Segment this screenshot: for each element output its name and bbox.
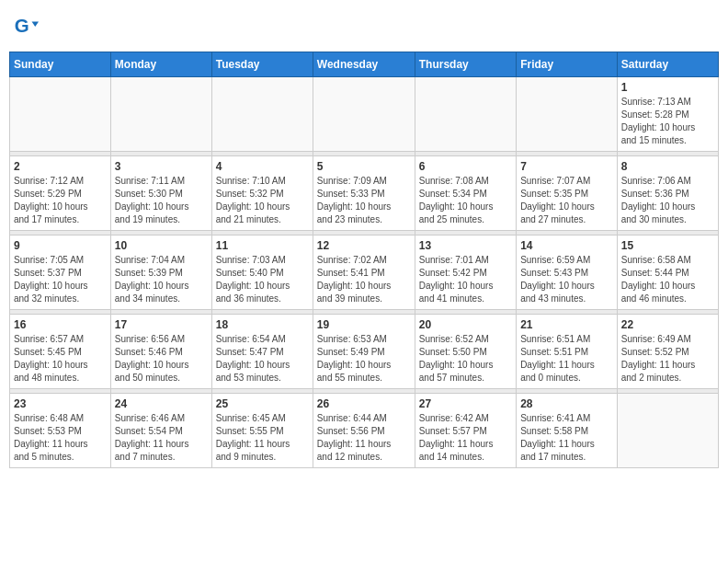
calendar-cell: 22Sunrise: 6:49 AM Sunset: 5:52 PM Dayli… [617,315,718,389]
calendar-cell: 1Sunrise: 7:13 AM Sunset: 5:28 PM Daylig… [617,77,718,152]
day-number: 22 [621,318,714,331]
calendar-cell: 5Sunrise: 7:09 AM Sunset: 5:33 PM Daylig… [313,156,415,231]
calendar-week-0: 1Sunrise: 7:13 AM Sunset: 5:28 PM Daylig… [10,77,719,152]
calendar-cell: 10Sunrise: 7:04 AM Sunset: 5:39 PM Dayli… [110,236,211,310]
calendar-cell [110,77,211,152]
calendar-header-friday: Friday [517,52,618,77]
calendar-cell: 16Sunrise: 6:57 AM Sunset: 5:45 PM Dayli… [10,315,111,389]
day-number: 18 [216,318,309,331]
day-info: Sunrise: 7:04 AM Sunset: 5:39 PM Dayligh… [115,254,208,305]
day-number: 11 [216,239,309,252]
calendar-header-monday: Monday [110,52,211,77]
day-number: 14 [520,239,613,252]
day-number: 9 [14,239,107,252]
day-info: Sunrise: 7:01 AM Sunset: 5:42 PM Dayligh… [419,254,512,305]
calendar-cell: 11Sunrise: 7:03 AM Sunset: 5:40 PM Dayli… [211,236,313,310]
calendar-cell: 4Sunrise: 7:10 AM Sunset: 5:32 PM Daylig… [211,156,313,231]
day-info: Sunrise: 6:57 AM Sunset: 5:45 PM Dayligh… [14,333,107,385]
calendar-cell: 15Sunrise: 6:58 AM Sunset: 5:44 PM Dayli… [617,236,718,310]
calendar-cell: 23Sunrise: 6:48 AM Sunset: 5:53 PM Dayli… [10,394,111,468]
calendar-week-3: 16Sunrise: 6:57 AM Sunset: 5:45 PM Dayli… [10,315,719,389]
calendar-cell [211,77,313,152]
calendar-cell: 6Sunrise: 7:08 AM Sunset: 5:34 PM Daylig… [415,156,516,231]
calendar-cell: 3Sunrise: 7:11 AM Sunset: 5:30 PM Daylig… [110,156,211,231]
calendar-cell: 25Sunrise: 6:45 AM Sunset: 5:55 PM Dayli… [211,394,313,468]
day-number: 24 [115,397,208,410]
calendar-week-4: 23Sunrise: 6:48 AM Sunset: 5:53 PM Dayli… [10,394,719,468]
day-info: Sunrise: 6:52 AM Sunset: 5:50 PM Dayligh… [419,333,512,385]
calendar-cell: 28Sunrise: 6:41 AM Sunset: 5:58 PM Dayli… [517,394,618,468]
day-info: Sunrise: 7:03 AM Sunset: 5:40 PM Dayligh… [216,254,309,305]
day-number: 6 [419,160,512,173]
day-info: Sunrise: 6:42 AM Sunset: 5:57 PM Dayligh… [419,412,512,464]
day-number: 8 [621,160,714,173]
calendar-cell: 17Sunrise: 6:56 AM Sunset: 5:46 PM Dayli… [110,315,211,389]
day-number: 16 [14,318,107,331]
calendar-cell [415,77,516,152]
day-number: 10 [115,239,208,252]
day-number: 17 [115,318,208,331]
day-number: 12 [317,239,411,252]
day-info: Sunrise: 7:06 AM Sunset: 5:36 PM Dayligh… [621,175,714,226]
day-info: Sunrise: 7:02 AM Sunset: 5:41 PM Dayligh… [317,254,411,305]
calendar-cell: 9Sunrise: 7:05 AM Sunset: 5:37 PM Daylig… [10,236,111,310]
calendar-header-sunday: Sunday [10,52,111,77]
day-number: 23 [14,397,107,410]
page-header: G [9,9,719,46]
day-info: Sunrise: 6:58 AM Sunset: 5:44 PM Dayligh… [621,254,714,305]
day-number: 7 [520,160,613,173]
day-info: Sunrise: 6:49 AM Sunset: 5:52 PM Dayligh… [621,333,714,385]
day-info: Sunrise: 6:44 AM Sunset: 5:56 PM Dayligh… [317,412,411,464]
calendar-cell: 13Sunrise: 7:01 AM Sunset: 5:42 PM Dayli… [415,236,516,310]
day-info: Sunrise: 6:53 AM Sunset: 5:49 PM Dayligh… [317,333,411,385]
calendar-cell [313,77,415,152]
svg-text:G: G [15,15,29,36]
calendar-cell: 8Sunrise: 7:06 AM Sunset: 5:36 PM Daylig… [617,156,718,231]
day-info: Sunrise: 7:12 AM Sunset: 5:29 PM Dayligh… [14,175,107,226]
day-number: 25 [216,397,309,410]
calendar-cell [10,77,111,152]
calendar-header-wednesday: Wednesday [313,52,415,77]
calendar-cell: 20Sunrise: 6:52 AM Sunset: 5:50 PM Dayli… [415,315,516,389]
day-info: Sunrise: 6:48 AM Sunset: 5:53 PM Dayligh… [14,412,107,464]
calendar-cell: 18Sunrise: 6:54 AM Sunset: 5:47 PM Dayli… [211,315,313,389]
calendar-cell: 14Sunrise: 6:59 AM Sunset: 5:43 PM Dayli… [517,236,618,310]
calendar-table: SundayMondayTuesdayWednesdayThursdayFrid… [9,52,719,468]
day-number: 3 [115,160,208,173]
day-number: 2 [14,160,107,173]
day-info: Sunrise: 7:05 AM Sunset: 5:37 PM Dayligh… [14,254,107,305]
day-number: 21 [520,318,613,331]
calendar-header-thursday: Thursday [415,52,516,77]
calendar-header-saturday: Saturday [617,52,718,77]
day-info: Sunrise: 6:56 AM Sunset: 5:46 PM Dayligh… [115,333,208,385]
calendar-cell: 7Sunrise: 7:07 AM Sunset: 5:35 PM Daylig… [517,156,618,231]
calendar-cell: 24Sunrise: 6:46 AM Sunset: 5:54 PM Dayli… [110,394,211,468]
day-info: Sunrise: 6:59 AM Sunset: 5:43 PM Dayligh… [520,254,613,305]
svg-marker-1 [32,21,39,27]
day-info: Sunrise: 6:41 AM Sunset: 5:58 PM Dayligh… [520,412,613,464]
logo: G [13,15,40,40]
calendar-week-2: 9Sunrise: 7:05 AM Sunset: 5:37 PM Daylig… [10,236,719,310]
calendar-cell: 26Sunrise: 6:44 AM Sunset: 5:56 PM Dayli… [313,394,415,468]
calendar-cell: 12Sunrise: 7:02 AM Sunset: 5:41 PM Dayli… [313,236,415,310]
calendar-cell [617,394,718,468]
day-info: Sunrise: 6:45 AM Sunset: 5:55 PM Dayligh… [216,412,309,464]
day-info: Sunrise: 7:10 AM Sunset: 5:32 PM Dayligh… [216,175,309,226]
day-info: Sunrise: 7:11 AM Sunset: 5:30 PM Dayligh… [115,175,208,226]
day-number: 28 [520,397,613,410]
day-number: 5 [317,160,411,173]
day-info: Sunrise: 6:54 AM Sunset: 5:47 PM Dayligh… [216,333,309,385]
calendar-header-row: SundayMondayTuesdayWednesdayThursdayFrid… [10,52,719,77]
calendar-cell: 2Sunrise: 7:12 AM Sunset: 5:29 PM Daylig… [10,156,111,231]
day-number: 26 [317,397,411,410]
calendar-cell: 19Sunrise: 6:53 AM Sunset: 5:49 PM Dayli… [313,315,415,389]
day-info: Sunrise: 7:13 AM Sunset: 5:28 PM Dayligh… [621,96,714,147]
day-info: Sunrise: 6:46 AM Sunset: 5:54 PM Dayligh… [115,412,208,464]
calendar-cell [517,77,618,152]
calendar-cell: 21Sunrise: 6:51 AM Sunset: 5:51 PM Dayli… [517,315,618,389]
day-number: 13 [419,239,512,252]
calendar-week-1: 2Sunrise: 7:12 AM Sunset: 5:29 PM Daylig… [10,156,719,231]
day-info: Sunrise: 6:51 AM Sunset: 5:51 PM Dayligh… [520,333,613,385]
day-number: 4 [216,160,309,173]
day-number: 1 [621,81,714,94]
